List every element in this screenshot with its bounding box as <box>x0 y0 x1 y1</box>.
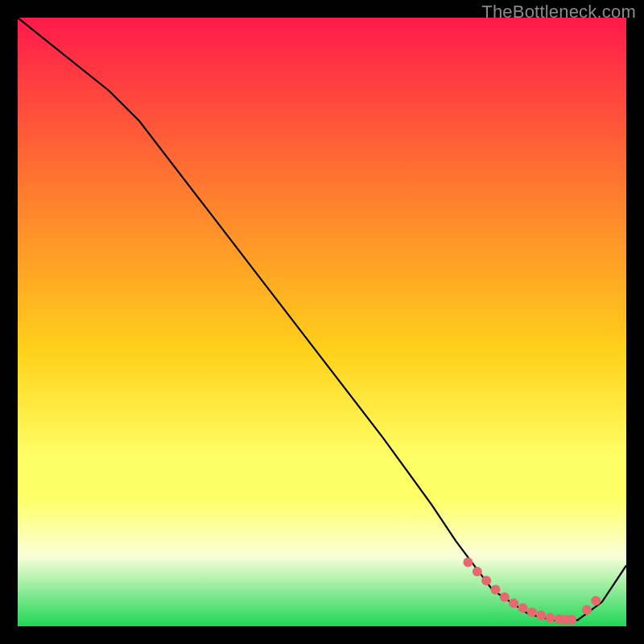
marker-point <box>591 596 601 605</box>
bottleneck-curve <box>18 18 626 620</box>
curve-markers <box>463 558 601 625</box>
marker-point <box>491 585 501 595</box>
watermark-text: TheBottleneck.com <box>481 2 636 23</box>
marker-point <box>463 558 473 568</box>
app-frame: TheBottleneck.com <box>0 0 644 644</box>
marker-point <box>546 613 555 622</box>
chart-curve-layer <box>18 18 626 626</box>
chart-plot-area <box>18 18 626 626</box>
marker-point <box>518 603 528 613</box>
marker-point <box>536 610 546 620</box>
marker-point <box>473 567 482 576</box>
marker-point <box>500 592 510 602</box>
marker-point <box>567 615 576 625</box>
marker-point <box>527 608 537 617</box>
marker-point <box>481 576 491 585</box>
marker-point <box>582 605 592 615</box>
marker-point <box>509 598 518 608</box>
